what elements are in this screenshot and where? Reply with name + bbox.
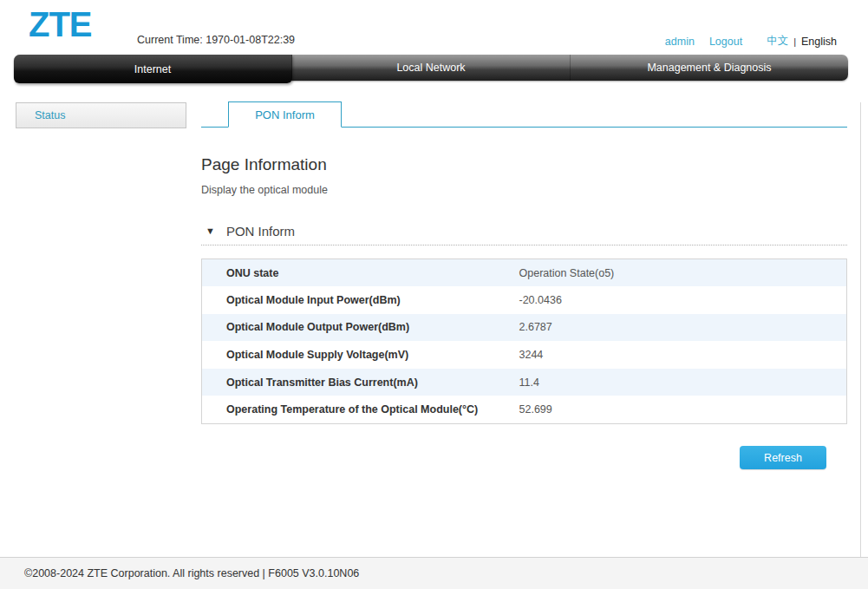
row-value: 2.6787	[519, 314, 847, 342]
language-chinese-link[interactable]: 中文	[767, 34, 788, 49]
row-value: 3244	[519, 341, 847, 369]
pon-inform-section-header[interactable]: ▼ PON Inform	[201, 222, 847, 245]
sidebar-item-status[interactable]: Status	[16, 102, 186, 128]
page-title: Page Information	[201, 155, 327, 174]
table-row: Optical Module Input Power(dBm) -20.0436	[202, 286, 847, 314]
row-label: Optical Transmitter Bias Current(mA)	[202, 369, 519, 396]
main-navbar: Internet Local Network Management & Diag…	[14, 55, 848, 81]
language-english-link[interactable]: English	[801, 36, 837, 48]
row-value: -20.0436	[519, 286, 847, 314]
row-label: ONU state	[202, 259, 519, 287]
row-label: Optical Module Supply Voltage(mV)	[202, 341, 519, 369]
table-row: Optical Transmitter Bias Current(mA) 11.…	[202, 369, 847, 396]
row-value: 52.699	[519, 396, 847, 423]
section-title: PON Inform	[226, 224, 295, 239]
nav-tab-local-network[interactable]: Local Network	[292, 55, 571, 81]
logout-link[interactable]: Logout	[709, 36, 742, 48]
content-tabstrip: PON Inform	[201, 101, 847, 128]
footer-copyright-text: ©2008-2024 ZTE Corporation. All rights r…	[24, 567, 359, 579]
table-row: Optical Module Output Power(dBm) 2.6787	[202, 314, 847, 342]
current-time-label: Current Time: 1970-01-08T22:39	[137, 34, 295, 46]
row-label: Operating Temperature of the Optical Mod…	[202, 396, 519, 423]
table-row: Operating Temperature of the Optical Mod…	[202, 396, 847, 423]
content-right-border	[860, 102, 861, 558]
pon-inform-table: ONU state Operation State(o5) Optical Mo…	[201, 259, 847, 424]
language-separator: |	[793, 36, 796, 47]
zte-logo: ZTE	[29, 5, 92, 44]
row-label: Optical Module Input Power(dBm)	[202, 286, 519, 314]
footer: ©2008-2024 ZTE Corporation. All rights r…	[0, 557, 868, 589]
admin-user-link[interactable]: admin	[665, 36, 695, 48]
row-value: 11.4	[519, 369, 847, 396]
refresh-button[interactable]: Refresh	[740, 446, 826, 469]
table-row: ONU state Operation State(o5)	[202, 259, 847, 287]
row-label: Optical Module Output Power(dBm)	[202, 314, 519, 342]
table-row: Optical Module Supply Voltage(mV) 3244	[202, 341, 847, 369]
page-subtitle: Display the optical module	[201, 184, 328, 196]
collapse-triangle-icon: ▼	[206, 226, 215, 236]
nav-tab-management-diagnosis[interactable]: Management & Diagnosis	[571, 55, 848, 81]
header-links: admin Logout 中文 | English	[665, 34, 837, 49]
nav-tab-internet[interactable]: Internet	[14, 55, 292, 83]
row-value: Operation State(o5)	[519, 259, 847, 287]
tab-pon-inform[interactable]: PON Inform	[228, 101, 342, 128]
